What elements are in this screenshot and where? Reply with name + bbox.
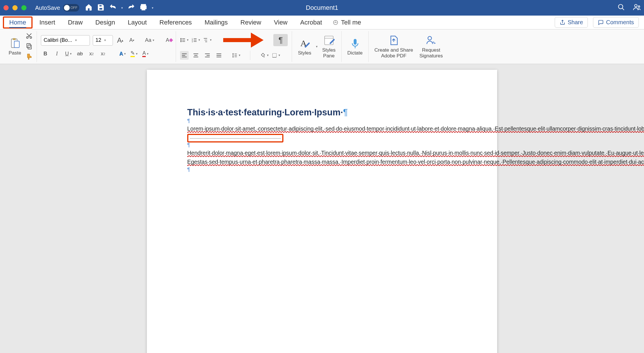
empty-paragraph-mark: ¶: [187, 118, 457, 124]
styles-button[interactable]: A Styles: [296, 37, 313, 56]
pilcrow-icon: ¶: [343, 107, 348, 117]
minimize-window-button[interactable]: [12, 5, 18, 10]
show-hide-paragraph-marks-button[interactable]: ¶: [273, 34, 288, 46]
autosave-label: AutoSave: [35, 5, 60, 11]
text-effects-icon[interactable]: A: [118, 50, 127, 58]
superscript-button[interactable]: x2: [99, 50, 107, 58]
share-button[interactable]: Share: [555, 17, 588, 28]
copy-icon[interactable]: [26, 43, 33, 51]
italic-button[interactable]: I: [52, 50, 61, 58]
page[interactable]: This·is·a·test·featuring·Lorem·Ipsum·¶ ¶…: [147, 70, 497, 353]
autosave-toggle[interactable]: OFF: [63, 4, 79, 12]
home-icon[interactable]: [85, 3, 92, 12]
svg-rect-2: [142, 8, 145, 10]
ribbon-tabs: Home Insert Draw Design Layout Reference…: [0, 16, 644, 29]
request-signatures-button[interactable]: Request Signatures: [418, 35, 444, 59]
autosave-control[interactable]: AutoSave OFF: [35, 4, 79, 12]
svg-point-16: [181, 40, 182, 40]
print-icon[interactable]: [140, 3, 147, 12]
search-icon[interactable]: [618, 3, 625, 12]
font-size-select[interactable]: 12▾: [93, 35, 113, 46]
qat-more-icon[interactable]: ▾: [152, 6, 154, 10]
align-center-icon[interactable]: [192, 51, 200, 60]
styles-dropdown-icon[interactable]: ▾: [316, 45, 318, 48]
p2-text: Hendrerit·dolor·magna·eget·est·lorem·ips…: [187, 150, 644, 156]
tab-insert[interactable]: Insert: [33, 16, 62, 29]
save-icon[interactable]: [97, 3, 105, 12]
tab-acrobat[interactable]: Acrobat: [294, 16, 328, 29]
autosave-state: OFF: [71, 6, 77, 10]
sig-label1: Request: [422, 47, 440, 53]
highlight-color-icon[interactable]: ✎: [130, 50, 138, 58]
bold-button[interactable]: B: [41, 50, 50, 58]
tab-layout[interactable]: Layout: [122, 16, 153, 29]
cut-icon[interactable]: [26, 32, 33, 40]
paragraph-3[interactable]: Egestas·sed·tempus·urna·et·pharetra·phar…: [187, 158, 457, 166]
title-bar: AutoSave OFF ▾ ▾ Document1: [0, 0, 644, 16]
tab-draw[interactable]: Draw: [62, 16, 89, 29]
undo-icon[interactable]: [109, 3, 117, 12]
dictate-button[interactable]: Dictate: [346, 37, 364, 56]
styles-pane-label1: Styles: [322, 47, 336, 53]
group-styles: A Styles ▾ Styles Pane: [292, 31, 342, 62]
svg-rect-13: [27, 44, 30, 48]
tab-references[interactable]: References: [153, 16, 198, 29]
titlebar-right: [618, 3, 641, 12]
svg-rect-8: [13, 38, 16, 40]
svg-point-25: [428, 36, 432, 40]
comments-button[interactable]: Comments: [593, 17, 639, 28]
tell-me-button[interactable]: Tell me: [332, 19, 361, 26]
font-name-select[interactable]: Calibri (Bo...▾: [41, 35, 90, 46]
svg-rect-9: [14, 41, 19, 48]
empty-paragraph-mark-2: ¶: [187, 142, 457, 148]
ribbon: Paste Calibri (Bo...▾ 12▾ A▴ A▾ Aa A◆: [0, 29, 644, 64]
subscript-button[interactable]: x2: [87, 50, 96, 58]
redo-icon[interactable]: [128, 3, 135, 12]
clear-formatting-icon[interactable]: A◆: [163, 36, 172, 45]
window-controls: [3, 5, 26, 10]
group-dictate: Dictate: [342, 31, 369, 62]
heading-text: This·is·a·test·featuring·Lorem·Ipsum·: [187, 107, 343, 117]
bullets-icon[interactable]: [180, 36, 189, 44]
tab-mailings[interactable]: Mailings: [198, 16, 234, 29]
empty-paragraph-mark-3: ¶: [187, 166, 457, 173]
change-case-icon[interactable]: Aa: [145, 36, 154, 45]
paragraph-2[interactable]: Hendrerit·dolor·magna·eget·est·lorem·ips…: [187, 149, 457, 157]
grow-font-icon[interactable]: A▴: [116, 36, 124, 45]
underline-button[interactable]: U: [64, 50, 73, 58]
paragraph-1[interactable]: Lorem·ipsum·dolor·sit·amet,·consectetur·…: [187, 125, 457, 142]
multilevel-list-icon[interactable]: [203, 36, 212, 44]
svg-text:3: 3: [192, 40, 193, 42]
font-color-icon[interactable]: A: [141, 50, 150, 58]
undo-dropdown-icon[interactable]: ▾: [121, 6, 123, 10]
svg-point-5: [638, 6, 640, 7]
shading-icon[interactable]: [260, 51, 269, 60]
group-clipboard: Paste: [3, 31, 37, 62]
adobe-label1: Create and Share: [374, 47, 413, 53]
align-right-icon[interactable]: [203, 51, 212, 60]
toggle-knob: [64, 5, 70, 11]
highlight-box-callout: [187, 134, 283, 142]
shrink-font-icon[interactable]: A▾: [127, 36, 136, 45]
styles-pane-button[interactable]: Styles Pane: [321, 35, 337, 59]
close-window-button[interactable]: [3, 5, 9, 10]
heading[interactable]: This·is·a·test·featuring·Lorem·Ipsum·¶: [187, 107, 457, 118]
paste-button[interactable]: Paste: [7, 37, 23, 56]
align-left-icon[interactable]: [180, 51, 189, 60]
font-size-value: 12: [95, 37, 101, 43]
account-icon[interactable]: [633, 3, 641, 12]
strikethrough-button[interactable]: ab: [75, 50, 84, 58]
document-canvas[interactable]: This·is·a·test·featuring·Lorem·Ipsum·¶ ¶…: [0, 64, 644, 353]
tab-view[interactable]: View: [268, 16, 294, 29]
format-painter-icon[interactable]: [26, 53, 33, 61]
numbering-icon[interactable]: 123: [192, 36, 200, 44]
create-share-pdf-button[interactable]: Create and Share Adobe PDF: [373, 35, 415, 59]
justify-icon[interactable]: [215, 51, 223, 60]
tab-review[interactable]: Review: [234, 16, 268, 29]
tab-design[interactable]: Design: [89, 16, 121, 29]
fullscreen-window-button[interactable]: [21, 5, 26, 10]
line-spacing-icon[interactable]: [232, 51, 240, 60]
tab-home[interactable]: Home: [3, 16, 33, 29]
document-title: Document1: [306, 4, 338, 12]
borders-icon[interactable]: [272, 51, 280, 60]
